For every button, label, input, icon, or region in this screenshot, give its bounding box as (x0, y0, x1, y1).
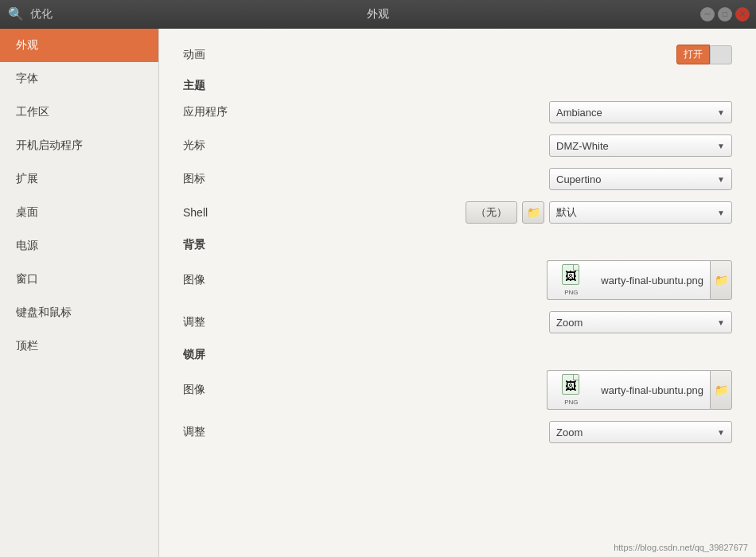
bg-image-label: 图像 (183, 273, 247, 287)
lock-image-folder-button[interactable]: 📁 (710, 370, 732, 410)
bg-image-selector: 🖼 PNG warty-final-ubuntu.png 📁 (547, 260, 732, 300)
sidebar-item-appearance[interactable]: 外观 (0, 29, 158, 62)
folder-icon: 📁 (715, 274, 728, 286)
toggle-on-label: 打开 (676, 45, 710, 64)
watermark: https://blog.csdn.net/qq_39827677 (614, 543, 748, 552)
shell-controls: （无） 📁 默认 ▼ (247, 201, 732, 224)
close-button[interactable]: ✕ (735, 7, 750, 21)
bg-image-row: 图像 🖼 PNG warty-final-ubuntu.png (183, 260, 732, 300)
lock-image-control: 🖼 PNG warty-final-ubuntu.png 📁 (247, 370, 732, 410)
sidebar-item-window[interactable]: 窗口 (0, 263, 158, 296)
animation-label: 动画 (183, 48, 205, 62)
app-theme-dropdown[interactable]: Ambiance ▼ (549, 101, 732, 123)
chevron-down-icon: ▼ (717, 142, 725, 150)
animation-toggle[interactable]: 打开 (676, 45, 732, 64)
cursor-label: 光标 (183, 138, 247, 153)
lock-image-row: 图像 🖼 PNG warty-final-ubuntu.png (183, 370, 732, 410)
shell-folder-button[interactable]: 📁 (522, 201, 544, 224)
sidebar-item-desktop[interactable]: 桌面 (0, 196, 158, 229)
lock-image-name: warty-final-ubuntu.png (594, 370, 710, 410)
lock-image-selector: 🖼 PNG warty-final-ubuntu.png 📁 (547, 370, 732, 410)
png-file-icon: 🖼 (562, 264, 581, 286)
image-emblem: 🖼 (565, 380, 576, 392)
bg-adjust-control: Zoom ▼ (247, 311, 732, 333)
icon-dropdown[interactable]: Cupertino ▼ (549, 168, 732, 190)
folder-icon: 📁 (527, 206, 540, 219)
content-area: 动画 打开 主题 应用程序 Ambiance ▼ 光标 DMZ-White (159, 29, 756, 557)
lock-adjust-label: 调整 (183, 425, 247, 439)
bg-adjust-dropdown[interactable]: Zoom ▼ (549, 311, 732, 333)
sidebar-item-keyboard-mouse[interactable]: 键盘和鼠标 (0, 296, 158, 329)
bg-image-folder-button[interactable]: 📁 (710, 260, 732, 300)
background-section-header: 背景 (183, 238, 732, 252)
bg-image-preview: 🖼 PNG (547, 260, 594, 300)
titlebar-search-area: 🔍 优化 (0, 0, 159, 29)
cursor-control: DMZ-White ▼ (247, 134, 732, 157)
titlebar: 🔍 优化 外观 ─ □ ✕ (0, 0, 756, 29)
chevron-down-icon: ▼ (717, 318, 725, 327)
shell-label: Shell (183, 206, 247, 219)
bg-adjust-label: 调整 (183, 315, 247, 329)
shell-row: Shell （无） 📁 默认 ▼ (183, 201, 732, 224)
bg-adjust-row: 调整 Zoom ▼ (183, 311, 732, 333)
chevron-down-icon: ▼ (717, 108, 725, 117)
bg-image-control: 🖼 PNG warty-final-ubuntu.png 📁 (247, 260, 732, 300)
sidebar-item-power[interactable]: 电源 (0, 229, 158, 263)
icon-control: Cupertino ▼ (247, 168, 732, 190)
icon-row: 图标 Cupertino ▼ (183, 168, 732, 190)
icon-label: 图标 (183, 172, 247, 186)
app-theme-row: 应用程序 Ambiance ▼ (183, 101, 732, 123)
toggle-handle[interactable] (710, 45, 732, 64)
lock-section-header: 锁屏 (183, 348, 732, 362)
chevron-down-icon: ▼ (717, 428, 725, 437)
lock-adjust-dropdown[interactable]: Zoom ▼ (549, 421, 732, 443)
shell-dropdown[interactable]: 默认 ▼ (549, 201, 732, 224)
sidebar-item-topbar[interactable]: 顶栏 (0, 329, 158, 363)
shell-none-button[interactable]: （无） (466, 201, 517, 224)
app-name: 优化 (30, 7, 53, 21)
chevron-down-icon: ▼ (717, 208, 725, 217)
app-theme-label: 应用程序 (183, 105, 247, 119)
bg-image-name: warty-final-ubuntu.png (594, 260, 710, 300)
image-emblem: 🖼 (565, 270, 576, 282)
chevron-down-icon: ▼ (717, 175, 725, 184)
sidebar-item-workspace[interactable]: 工作区 (0, 95, 158, 129)
sidebar-item-extensions[interactable]: 扩展 (0, 162, 158, 196)
lock-image-label: 图像 (183, 383, 247, 397)
sidebar-item-fonts[interactable]: 字体 (0, 62, 158, 95)
animation-row: 动画 打开 (183, 45, 732, 64)
cursor-dropdown[interactable]: DMZ-White ▼ (549, 134, 732, 157)
theme-section-header: 主题 (183, 79, 732, 93)
cursor-row: 光标 DMZ-White ▼ (183, 134, 732, 157)
app-body: 外观 字体 工作区 开机启动程序 扩展 桌面 电源 窗口 键盘和鼠标 顶栏 (0, 29, 756, 557)
app-theme-control: Ambiance ▼ (247, 101, 732, 123)
lock-image-preview: 🖼 PNG (547, 370, 594, 410)
png-file-icon: 🖼 (562, 374, 581, 396)
sidebar: 外观 字体 工作区 开机启动程序 扩展 桌面 电源 窗口 键盘和鼠标 顶栏 (0, 29, 159, 557)
minimize-button[interactable]: ─ (700, 7, 715, 21)
png-label: PNG (564, 399, 578, 406)
sidebar-item-startup[interactable]: 开机启动程序 (0, 129, 158, 162)
lock-adjust-row: 调整 Zoom ▼ (183, 421, 732, 443)
folder-icon: 📁 (715, 384, 728, 396)
png-label: PNG (564, 289, 578, 296)
maximize-button[interactable]: □ (718, 7, 732, 21)
lock-adjust-control: Zoom ▼ (247, 421, 732, 443)
window-controls: ─ □ ✕ (700, 7, 750, 21)
search-icon[interactable]: 🔍 (8, 6, 24, 21)
window-title: 外观 (367, 7, 389, 21)
